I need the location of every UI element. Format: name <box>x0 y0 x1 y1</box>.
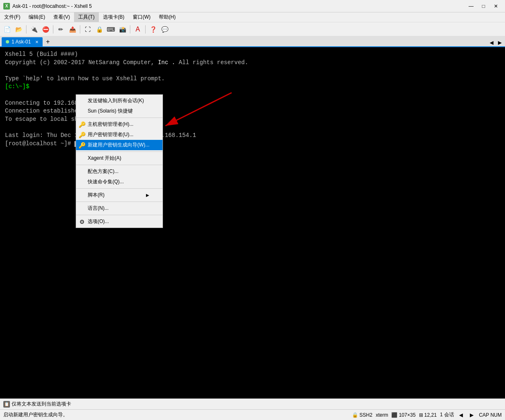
resize-icon: ⬛ <box>391 412 397 418</box>
terminal-line-4: Type `help' to learn how to use Xshell p… <box>5 75 500 83</box>
menu-scripts[interactable]: 脚本(R) ▶ <box>76 190 163 200</box>
toolbar-sep-3 <box>80 25 80 34</box>
window-title: Ask-01 - root@localhost:~ - Xshell 5 <box>12 3 92 9</box>
maximize-button[interactable]: □ <box>478 2 489 10</box>
tab-next-button[interactable]: ▶ <box>496 39 503 46</box>
bottom-next-button[interactable]: ▶ <box>468 411 476 419</box>
dropdown-sep-6 <box>76 215 163 215</box>
tab-navigation: ◀ ▶ <box>488 39 503 46</box>
menu-language[interactable]: 语言(N)... <box>76 203 163 214</box>
send-button[interactable]: 📤 <box>67 24 78 35</box>
toolbar: 📄 📂 🔌 ⛔ ✏ 📤 ⛶ 🔒 ⌨ 📸 A ❓ 💬 <box>0 22 505 36</box>
session-count-status: 1 会话 <box>440 411 454 418</box>
dropdown-sep-4 <box>76 188 163 189</box>
help-button[interactable]: ❓ <box>148 24 158 35</box>
menu-host-key-manager[interactable]: 🔑 主机密钥管理者(H)... <box>76 119 163 130</box>
tab-status-dot <box>6 40 9 43</box>
new-key-icon: 🔑 <box>79 142 85 149</box>
app-icon: X <box>3 3 10 10</box>
cursor-pos-icon: ⊞ <box>419 412 423 418</box>
dropdown-sep-5 <box>76 202 163 202</box>
tab-close-icon[interactable]: ✕ <box>35 40 38 44</box>
minimize-button[interactable]: — <box>465 2 477 10</box>
menu-xagent-start[interactable]: Xagent 开始(A) <box>76 153 163 163</box>
menu-file[interactable]: 文件(F) <box>0 12 24 22</box>
user-key-icon: 🔑 <box>79 132 85 138</box>
add-tab-button[interactable]: + <box>43 37 53 46</box>
menu-tabs[interactable]: 选项卡(B) <box>99 12 129 22</box>
menu-quick-commands[interactable]: 快速命令集(Q)... <box>76 177 163 187</box>
terminal-size-status: ⬛ 107×35 <box>391 412 415 418</box>
status-bar-left: 📋 仅将文本发送到当前选项卡 <box>3 401 502 408</box>
tools-dropdown-menu: 发送键输入到所有会话(K) Sun (Solaris) 快捷键 🔑 主机密钥管理… <box>76 94 163 228</box>
toolbar-sep-5 <box>145 25 146 34</box>
ssh-status: 🔒 SSH2 <box>352 412 372 418</box>
dropdown-sep-3 <box>76 165 163 165</box>
tab-label: 1 Ask-01 <box>12 39 31 45</box>
menu-new-user-key-wizard[interactable]: 🔑 新建用户密钥生成向导(W)... <box>76 140 163 150</box>
terminal-type-status: xterm <box>376 412 388 418</box>
status-text: 仅将文本发送到当前选项卡 <box>12 401 71 408</box>
capture-button[interactable]: 📸 <box>117 24 128 35</box>
menu-help[interactable]: 帮助(H) <box>155 12 180 22</box>
lock-icon: 🔒 <box>352 412 358 418</box>
options-gear-icon: ⚙ <box>79 218 85 225</box>
keyboard-button[interactable]: ⌨ <box>105 24 116 35</box>
window-controls: — □ ✕ <box>465 2 502 10</box>
tab-ask01[interactable]: 1 Ask-01 ✕ <box>2 37 43 46</box>
color-button[interactable]: A <box>132 24 143 35</box>
compose-button[interactable]: ✏ <box>55 24 66 35</box>
menu-tools[interactable]: 工具(T) <box>74 12 98 22</box>
scripts-arrow-icon: ▶ <box>146 193 149 197</box>
menu-color-scheme[interactable]: 配色方案(C)... <box>76 166 163 177</box>
dropdown-sep-1 <box>76 118 163 118</box>
menu-bar: 文件(F) 编辑(E) 查看(V) 工具(T) 选项卡(B) 窗口(W) 帮助(… <box>0 12 505 22</box>
status-icon: 📋 <box>3 401 10 408</box>
terminal-line-1: Xshell 5 (Build ####) <box>5 50 500 59</box>
key-status: CAP NUM <box>479 412 502 418</box>
svg-line-1 <box>165 93 232 126</box>
toolbar-sep-4 <box>130 25 130 34</box>
menu-options[interactable]: ⚙ 选项(O)... <box>76 216 163 227</box>
terminal-line-3 <box>5 67 500 75</box>
new-session-button[interactable]: 📄 <box>2 24 12 35</box>
menu-window[interactable]: 窗口(W) <box>129 12 155 22</box>
menu-user-key-manager[interactable]: 🔑 用户密钥管理者(U)... <box>76 130 163 140</box>
tab-bar: 1 Ask-01 ✕ + ◀ ▶ <box>0 36 505 47</box>
dropdown-sep-2 <box>76 151 163 152</box>
toolbar-sep-2 <box>53 25 53 34</box>
bottom-status-text: 启动新建用户密钥生成向导。 <box>3 411 352 418</box>
toolbar-sep-1 <box>26 25 26 34</box>
open-button[interactable]: 📂 <box>13 24 24 35</box>
host-key-icon: 🔑 <box>79 121 85 128</box>
tab-prev-button[interactable]: ◀ <box>488 39 495 46</box>
terminal-line-2: Copyright (c) 2002-2017 NetSarang Comput… <box>5 59 500 67</box>
title-bar-left: X Ask-01 - root@localhost:~ - Xshell 5 <box>3 3 92 10</box>
status-bar-upper: 📋 仅将文本发送到当前选项卡 <box>0 398 505 409</box>
connect-button[interactable]: 🔌 <box>29 24 39 35</box>
bottom-bar: 启动新建用户密钥生成向导。 🔒 SSH2 xterm ⬛ 107×35 ⊞ 12… <box>0 409 505 420</box>
menu-sun-solaris-shortcuts[interactable]: Sun (Solaris) 快捷键 <box>76 106 163 116</box>
fullscreen-button[interactable]: ⛶ <box>82 24 93 35</box>
title-bar: X Ask-01 - root@localhost:~ - Xshell 5 —… <box>0 0 505 12</box>
menu-edit[interactable]: 编辑(E) <box>24 12 49 22</box>
bottom-prev-button[interactable]: ◀ <box>457 411 465 419</box>
lock-button[interactable]: 🔒 <box>94 24 105 35</box>
cursor-pos-status: ⊞ 12,21 <box>419 412 437 418</box>
bottom-bar-right: 🔒 SSH2 xterm ⬛ 107×35 ⊞ 12,21 1 会话 ◀ ▶ C… <box>352 411 502 419</box>
close-button[interactable]: ✕ <box>490 2 502 10</box>
disconnect-button[interactable]: ⛔ <box>40 24 51 35</box>
menu-send-to-all-sessions[interactable]: 发送键输入到所有会话(K) <box>76 96 163 106</box>
chat-button[interactable]: 💬 <box>159 24 170 35</box>
menu-view[interactable]: 查看(V) <box>49 12 74 22</box>
